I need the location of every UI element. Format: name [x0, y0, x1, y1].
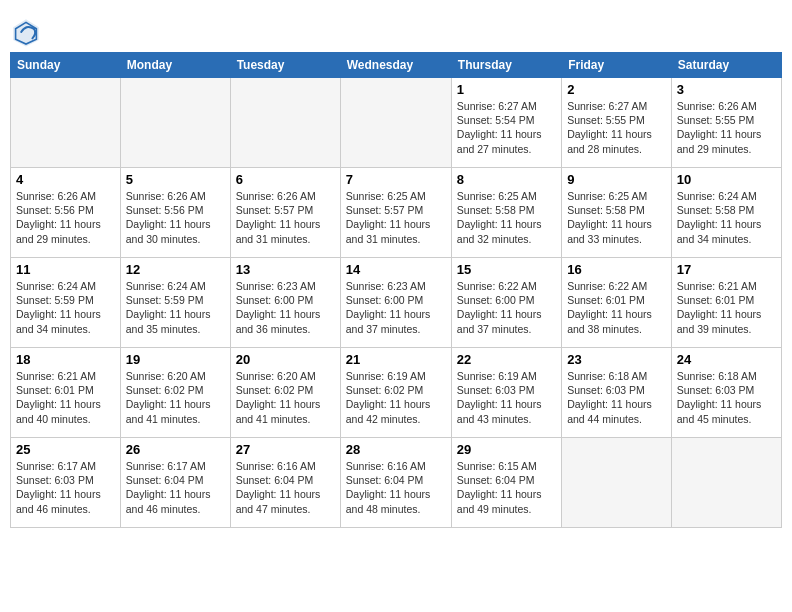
day-info: Sunrise: 6:23 AM Sunset: 6:00 PM Dayligh… [346, 279, 446, 336]
calendar-cell: 22Sunrise: 6:19 AM Sunset: 6:03 PM Dayli… [451, 348, 561, 438]
day-info: Sunrise: 6:21 AM Sunset: 6:01 PM Dayligh… [677, 279, 776, 336]
page-header [10, 10, 782, 48]
day-info: Sunrise: 6:20 AM Sunset: 6:02 PM Dayligh… [236, 369, 335, 426]
calendar-cell: 12Sunrise: 6:24 AM Sunset: 5:59 PM Dayli… [120, 258, 230, 348]
calendar-cell: 20Sunrise: 6:20 AM Sunset: 6:02 PM Dayli… [230, 348, 340, 438]
calendar-cell: 23Sunrise: 6:18 AM Sunset: 6:03 PM Dayli… [562, 348, 672, 438]
day-number: 12 [126, 262, 225, 277]
day-number: 1 [457, 82, 556, 97]
day-number: 6 [236, 172, 335, 187]
calendar-cell: 6Sunrise: 6:26 AM Sunset: 5:57 PM Daylig… [230, 168, 340, 258]
day-number: 10 [677, 172, 776, 187]
day-info: Sunrise: 6:25 AM Sunset: 5:58 PM Dayligh… [567, 189, 666, 246]
day-number: 9 [567, 172, 666, 187]
day-number: 16 [567, 262, 666, 277]
day-number: 20 [236, 352, 335, 367]
day-info: Sunrise: 6:16 AM Sunset: 6:04 PM Dayligh… [346, 459, 446, 516]
weekday-header-row: SundayMondayTuesdayWednesdayThursdayFrid… [11, 53, 782, 78]
day-info: Sunrise: 6:19 AM Sunset: 6:03 PM Dayligh… [457, 369, 556, 426]
logo-icon [10, 16, 42, 48]
calendar-week-3: 11Sunrise: 6:24 AM Sunset: 5:59 PM Dayli… [11, 258, 782, 348]
day-number: 13 [236, 262, 335, 277]
day-info: Sunrise: 6:22 AM Sunset: 6:01 PM Dayligh… [567, 279, 666, 336]
day-number: 22 [457, 352, 556, 367]
logo [10, 16, 46, 48]
day-number: 19 [126, 352, 225, 367]
day-info: Sunrise: 6:17 AM Sunset: 6:04 PM Dayligh… [126, 459, 225, 516]
calendar-week-1: 1Sunrise: 6:27 AM Sunset: 5:54 PM Daylig… [11, 78, 782, 168]
weekday-header-wednesday: Wednesday [340, 53, 451, 78]
calendar-cell [671, 438, 781, 528]
day-number: 23 [567, 352, 666, 367]
day-number: 17 [677, 262, 776, 277]
calendar-cell: 4Sunrise: 6:26 AM Sunset: 5:56 PM Daylig… [11, 168, 121, 258]
calendar-cell: 14Sunrise: 6:23 AM Sunset: 6:00 PM Dayli… [340, 258, 451, 348]
day-info: Sunrise: 6:27 AM Sunset: 5:55 PM Dayligh… [567, 99, 666, 156]
calendar-cell: 19Sunrise: 6:20 AM Sunset: 6:02 PM Dayli… [120, 348, 230, 438]
day-number: 8 [457, 172, 556, 187]
day-info: Sunrise: 6:26 AM Sunset: 5:55 PM Dayligh… [677, 99, 776, 156]
day-number: 29 [457, 442, 556, 457]
weekday-header-thursday: Thursday [451, 53, 561, 78]
calendar-week-4: 18Sunrise: 6:21 AM Sunset: 6:01 PM Dayli… [11, 348, 782, 438]
day-info: Sunrise: 6:23 AM Sunset: 6:00 PM Dayligh… [236, 279, 335, 336]
calendar-cell: 24Sunrise: 6:18 AM Sunset: 6:03 PM Dayli… [671, 348, 781, 438]
calendar-cell: 2Sunrise: 6:27 AM Sunset: 5:55 PM Daylig… [562, 78, 672, 168]
calendar-cell: 15Sunrise: 6:22 AM Sunset: 6:00 PM Dayli… [451, 258, 561, 348]
day-info: Sunrise: 6:24 AM Sunset: 5:59 PM Dayligh… [16, 279, 115, 336]
day-info: Sunrise: 6:26 AM Sunset: 5:56 PM Dayligh… [16, 189, 115, 246]
calendar-cell [230, 78, 340, 168]
weekday-header-saturday: Saturday [671, 53, 781, 78]
day-info: Sunrise: 6:24 AM Sunset: 5:59 PM Dayligh… [126, 279, 225, 336]
calendar-cell: 5Sunrise: 6:26 AM Sunset: 5:56 PM Daylig… [120, 168, 230, 258]
calendar-cell: 17Sunrise: 6:21 AM Sunset: 6:01 PM Dayli… [671, 258, 781, 348]
calendar-cell: 7Sunrise: 6:25 AM Sunset: 5:57 PM Daylig… [340, 168, 451, 258]
day-info: Sunrise: 6:18 AM Sunset: 6:03 PM Dayligh… [677, 369, 776, 426]
day-number: 18 [16, 352, 115, 367]
day-number: 5 [126, 172, 225, 187]
calendar-cell: 26Sunrise: 6:17 AM Sunset: 6:04 PM Dayli… [120, 438, 230, 528]
weekday-header-friday: Friday [562, 53, 672, 78]
day-number: 26 [126, 442, 225, 457]
day-number: 24 [677, 352, 776, 367]
calendar-cell [340, 78, 451, 168]
day-info: Sunrise: 6:24 AM Sunset: 5:58 PM Dayligh… [677, 189, 776, 246]
calendar-week-2: 4Sunrise: 6:26 AM Sunset: 5:56 PM Daylig… [11, 168, 782, 258]
weekday-header-sunday: Sunday [11, 53, 121, 78]
calendar-cell: 3Sunrise: 6:26 AM Sunset: 5:55 PM Daylig… [671, 78, 781, 168]
day-info: Sunrise: 6:20 AM Sunset: 6:02 PM Dayligh… [126, 369, 225, 426]
day-info: Sunrise: 6:26 AM Sunset: 5:56 PM Dayligh… [126, 189, 225, 246]
day-number: 2 [567, 82, 666, 97]
calendar-cell: 16Sunrise: 6:22 AM Sunset: 6:01 PM Dayli… [562, 258, 672, 348]
day-number: 3 [677, 82, 776, 97]
day-info: Sunrise: 6:22 AM Sunset: 6:00 PM Dayligh… [457, 279, 556, 336]
day-number: 4 [16, 172, 115, 187]
day-info: Sunrise: 6:25 AM Sunset: 5:58 PM Dayligh… [457, 189, 556, 246]
calendar-cell: 18Sunrise: 6:21 AM Sunset: 6:01 PM Dayli… [11, 348, 121, 438]
day-info: Sunrise: 6:16 AM Sunset: 6:04 PM Dayligh… [236, 459, 335, 516]
day-info: Sunrise: 6:19 AM Sunset: 6:02 PM Dayligh… [346, 369, 446, 426]
day-info: Sunrise: 6:26 AM Sunset: 5:57 PM Dayligh… [236, 189, 335, 246]
day-number: 25 [16, 442, 115, 457]
weekday-header-tuesday: Tuesday [230, 53, 340, 78]
day-number: 21 [346, 352, 446, 367]
calendar-cell: 1Sunrise: 6:27 AM Sunset: 5:54 PM Daylig… [451, 78, 561, 168]
calendar-cell: 8Sunrise: 6:25 AM Sunset: 5:58 PM Daylig… [451, 168, 561, 258]
calendar-cell [562, 438, 672, 528]
day-info: Sunrise: 6:17 AM Sunset: 6:03 PM Dayligh… [16, 459, 115, 516]
calendar-cell: 25Sunrise: 6:17 AM Sunset: 6:03 PM Dayli… [11, 438, 121, 528]
calendar-cell: 21Sunrise: 6:19 AM Sunset: 6:02 PM Dayli… [340, 348, 451, 438]
calendar-cell: 28Sunrise: 6:16 AM Sunset: 6:04 PM Dayli… [340, 438, 451, 528]
day-number: 7 [346, 172, 446, 187]
day-number: 11 [16, 262, 115, 277]
day-info: Sunrise: 6:25 AM Sunset: 5:57 PM Dayligh… [346, 189, 446, 246]
day-number: 27 [236, 442, 335, 457]
calendar-week-5: 25Sunrise: 6:17 AM Sunset: 6:03 PM Dayli… [11, 438, 782, 528]
calendar-cell: 10Sunrise: 6:24 AM Sunset: 5:58 PM Dayli… [671, 168, 781, 258]
calendar-cell [11, 78, 121, 168]
calendar-cell: 13Sunrise: 6:23 AM Sunset: 6:00 PM Dayli… [230, 258, 340, 348]
day-info: Sunrise: 6:27 AM Sunset: 5:54 PM Dayligh… [457, 99, 556, 156]
day-info: Sunrise: 6:15 AM Sunset: 6:04 PM Dayligh… [457, 459, 556, 516]
calendar-cell: 11Sunrise: 6:24 AM Sunset: 5:59 PM Dayli… [11, 258, 121, 348]
calendar-cell: 29Sunrise: 6:15 AM Sunset: 6:04 PM Dayli… [451, 438, 561, 528]
